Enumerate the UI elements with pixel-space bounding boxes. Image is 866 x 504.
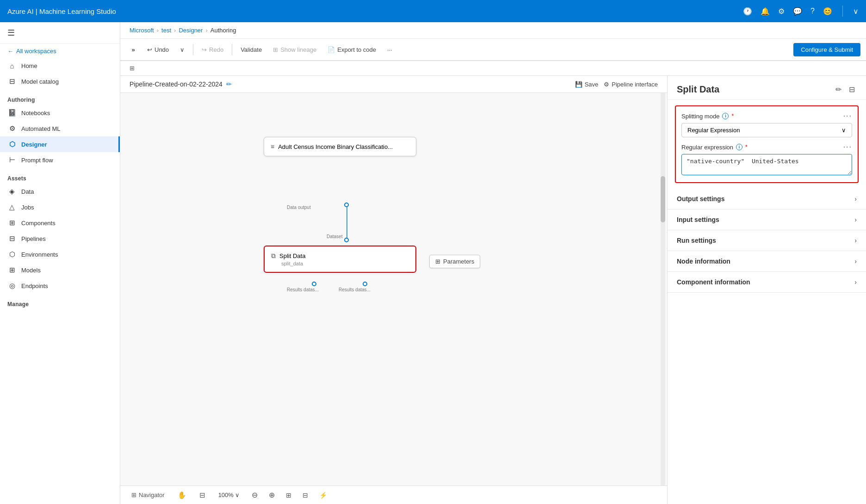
dropdown-chevron-icon: ∨ [841,127,846,134]
split-data-node-header: ⧉ Split Data [271,252,409,260]
fit-canvas-icon[interactable]: ⊞ [283,490,294,501]
feedback-icon[interactable]: 💬 [793,7,802,16]
pipelines-icon: ⊟ [7,234,17,243]
sidebar-item-designer[interactable]: ⬡ Designer [0,136,120,152]
split-data-output2-dot[interactable] [363,282,367,286]
zoom-display[interactable]: 100% ∨ [215,490,243,500]
account-icon[interactable]: 😊 [823,7,832,16]
canvas[interactable]: ≡ Adult Census Income Binary Classificat… [120,93,667,486]
toolbar-expand-button[interactable]: » [126,42,141,57]
run-settings-title: Run settings [677,237,716,244]
sidebar-item-prompt-flow[interactable]: ⊢ Prompt flow [0,152,120,168]
pipeline-interface-button[interactable]: ⚙ Pipeline interface [604,81,658,88]
expand-panel-icon[interactable]: ⊟ [847,83,857,96]
breadcrumb-test[interactable]: test [161,27,171,34]
endpoints-icon: ◎ [7,282,17,290]
zoom-in-icon[interactable]: ⊕ [266,489,278,501]
undo-dropdown-button[interactable]: ∨ [175,44,189,55]
breadcrumb: Microsoft › test › Designer › Authoring [120,22,866,39]
split-data-node[interactable]: ⧉ Split Data split_data [264,246,416,273]
splitting-mode-info-icon[interactable]: i [722,113,729,119]
adult-census-output-dot[interactable] [344,203,349,207]
splitting-mode-dropdown[interactable]: Regular Expression ∨ [681,123,852,137]
run-settings-chevron-icon: › [854,237,857,244]
collapse-icon[interactable]: ∨ [853,7,859,16]
params-icon: ⊞ [435,258,440,265]
sidebar-item-home[interactable]: ⌂ Home [0,58,120,74]
canvas-scrollbar-thumb[interactable] [661,176,665,222]
home-icon: ⌂ [7,62,17,70]
save-button[interactable]: 💾 Save [575,81,599,88]
breadcrumb-microsoft[interactable]: Microsoft [130,27,154,34]
regular-expression-info-icon[interactable]: i [736,144,742,150]
breadcrumb-designer[interactable]: Designer [179,27,203,34]
pipeline-header: Pipeline-Created-on-02-22-2024 ✏ 💾 Save … [120,76,667,93]
splitting-mode-more-button[interactable]: ··· [843,112,852,120]
split-data-output1-dot[interactable] [312,282,316,286]
expand-canvas-icon[interactable]: ⊟ [300,490,311,501]
component-information-section[interactable]: Component information › [668,272,866,293]
adult-census-node[interactable]: ≡ Adult Census Income Binary Classificat… [264,137,416,156]
authoring-section-label: Authoring [0,89,120,105]
parameters-button[interactable]: ⊞ Parameters [429,255,480,268]
sidebar-item-components[interactable]: ⊞ Components [0,215,120,231]
regular-expression-required-star: * [745,144,748,150]
output-settings-title: Output settings [677,195,724,203]
sidebar-item-label: Data [21,188,34,195]
expand-icon: » [131,46,135,53]
grid-layout-button[interactable]: ⊞ [126,63,138,74]
redo-button[interactable]: ↪ Redo [197,44,228,55]
regular-expression-label: Regular expression i * ··· [681,143,852,151]
input-settings-chevron-icon: › [854,216,857,223]
sidebar-item-automated-ml[interactable]: ⚙ Automated ML [0,121,120,136]
edit-panel-icon[interactable]: ✏ [834,83,843,96]
sidebar-item-label: Jobs [21,204,34,211]
help-icon[interactable]: ? [810,7,815,15]
regular-expression-input[interactable]: "native-country" United-States [681,154,852,175]
sidebar-item-notebooks[interactable]: 📓 Notebooks [0,105,120,121]
notifications-icon[interactable]: 🔔 [761,7,770,16]
more-options-button[interactable]: ··· [383,44,397,55]
dataset-icon: ≡ [271,143,274,150]
show-lineage-button[interactable]: ⊞ Show lineage [268,44,321,55]
export-to-code-button[interactable]: 📄 Export to code [323,44,381,55]
zoom-out-icon[interactable]: ⊖ [249,489,260,501]
sidebar-menu-button[interactable]: ☰ [6,26,17,40]
canvas-scrollbar-track[interactable] [661,93,665,486]
sidebar-item-environments[interactable]: ⬡ Environments [0,246,120,262]
edit-pipeline-name-icon[interactable]: ✏ [226,80,232,88]
settings-icon[interactable]: ⚙ [778,7,785,16]
auto-layout-icon[interactable]: ⚡ [316,490,330,501]
breadcrumb-authoring: Authoring [210,27,236,34]
splitting-mode-required-star: * [731,113,734,119]
regular-expression-more-button[interactable]: ··· [843,143,852,151]
canvas-bottom-toolbar: ⊞ Navigator ✋ ⊟ 100% ∨ ⊖ ⊕ ⊞ ⊟ ⚡ [120,486,667,504]
select-tool-icon[interactable]: ⊟ [196,489,209,501]
component-information-title: Component information [677,278,750,286]
sidebar-back-button[interactable]: ← All workspaces [0,44,120,58]
sidebar-item-models[interactable]: ⊞ Models [0,262,120,278]
node-information-section[interactable]: Node information › [668,251,866,272]
models-icon: ⊞ [7,266,17,274]
export-icon: 📄 [328,46,335,53]
sidebar-item-model-catalog[interactable]: ⊟ Model catalog [0,74,120,89]
node-information-title: Node information [677,258,730,265]
sidebar-item-label: Model catalog [21,78,59,85]
sidebar-item-data[interactable]: ◈ Data [0,184,120,199]
node-information-chevron-icon: › [854,258,857,265]
history-icon[interactable]: 🕐 [743,7,752,16]
hand-tool-icon[interactable]: ✋ [174,489,190,501]
input-settings-section[interactable]: Input settings › [668,209,866,230]
validate-button[interactable]: Validate [236,44,266,55]
output-settings-section[interactable]: Output settings › [668,189,866,209]
configure-submit-button[interactable]: Configure & Submit [793,43,860,56]
undo-button[interactable]: ↩ Undo [142,44,173,55]
back-arrow-icon: ← [7,48,13,55]
split-data-input-dot[interactable] [344,238,349,242]
navigator-button[interactable]: ⊞ Navigator [128,490,168,500]
run-settings-section[interactable]: Run settings › [668,230,866,251]
sidebar-item-endpoints[interactable]: ◎ Endpoints [0,278,120,294]
sidebar-item-pipelines[interactable]: ⊟ Pipelines [0,231,120,246]
manage-section-label: Manage [0,294,120,309]
sidebar-item-jobs[interactable]: △ Jobs [0,199,120,215]
